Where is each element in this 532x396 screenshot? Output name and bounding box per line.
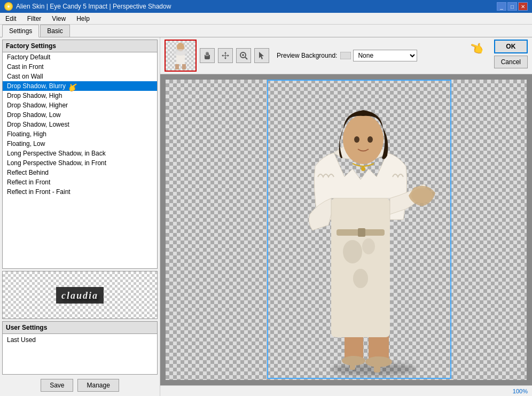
- status-bar: 100%: [160, 385, 532, 396]
- minimize-button[interactable]: _: [497, 2, 506, 11]
- preset-section: Factory Settings Factory Default Cast in…: [2, 40, 158, 269]
- thumbnail: [165, 40, 197, 72]
- main-layout: Factory Settings Factory Default Cast in…: [0, 37, 532, 396]
- preset-item-long-perspective-back[interactable]: Long Perspective Shadow, in Back: [3, 149, 157, 158]
- thumbnail-svg: [166, 41, 195, 71]
- window-controls[interactable]: _ □ ✕: [497, 2, 528, 11]
- preview-background-label: Preview Background:: [277, 52, 337, 59]
- cancel-button[interactable]: Cancel: [494, 56, 528, 68]
- pointer-tool-icon: [257, 51, 266, 60]
- user-settings-list: Last Used: [3, 334, 157, 346]
- tab-basic[interactable]: Basic: [40, 25, 69, 37]
- window-title: Alien Skin | Eye Candy 5 Impact | Perspe…: [16, 3, 171, 10]
- app-icon: ●: [4, 2, 13, 11]
- preset-item-factory-default[interactable]: Factory Default: [3, 52, 157, 62]
- hand-tool-icon: [203, 51, 212, 60]
- preset-item-reflect-in-front[interactable]: Reflect in Front: [3, 177, 157, 187]
- left-preview-text: claudia: [56, 287, 104, 304]
- svg-point-8: [173, 49, 188, 56]
- svg-point-25: [362, 238, 375, 254]
- factory-settings-header: Factory Settings: [3, 40, 157, 52]
- svg-rect-6: [175, 64, 179, 69]
- preset-item-reflect-in-front-faint[interactable]: Reflect in Front - Faint: [3, 187, 157, 197]
- hand-emoji-ok: 👉: [467, 40, 486, 58]
- svg-point-23: [343, 240, 362, 263]
- right-panel: Preview Background: None Black White OK …: [160, 37, 532, 396]
- zoom-tool-icon: [239, 51, 248, 60]
- hand-tool-button[interactable]: [200, 48, 215, 63]
- preset-list: Factory Default Cast in Front Cast on Wa…: [3, 52, 157, 268]
- svg-point-29: [367, 136, 373, 143]
- preset-item-drop-shadow-blurry[interactable]: Drop Shadow, Blurry 👉: [3, 81, 157, 91]
- preset-item-floating-high[interactable]: Floating, High: [3, 129, 157, 139]
- preview-label: claudia: [61, 290, 98, 301]
- maximize-button[interactable]: □: [507, 2, 517, 11]
- preset-item-drop-shadow-low[interactable]: Drop Shadow, Low: [3, 110, 157, 120]
- menu-help[interactable]: Help: [73, 14, 93, 24]
- preset-item-drop-shadow-high[interactable]: Drop Shadow, High: [3, 91, 157, 100]
- preview-background-dropdown[interactable]: None Black White: [353, 50, 417, 61]
- ok-button[interactable]: OK: [494, 40, 528, 53]
- save-button[interactable]: Save: [41, 379, 73, 392]
- zoom-tool-button[interactable]: [236, 48, 251, 63]
- preset-item-cast-in-front[interactable]: Cast in Front: [3, 62, 157, 72]
- svg-rect-7: [182, 64, 186, 69]
- svg-line-11: [245, 57, 247, 59]
- person-figure: [270, 81, 451, 378]
- canvas-area[interactable]: [160, 74, 532, 385]
- preset-item-floating-low[interactable]: Floating, Low: [3, 139, 157, 149]
- preset-item-cast-on-wall[interactable]: Cast on Wall: [3, 72, 157, 81]
- svg-rect-21: [350, 356, 355, 370]
- svg-point-24: [353, 269, 368, 288]
- menu-bar: Edit Filter View Help: [0, 13, 532, 25]
- preview-bg-swatch: [340, 52, 351, 59]
- svg-point-28: [354, 136, 359, 143]
- left-preview: claudia: [2, 271, 158, 319]
- zoom-level: 100%: [513, 388, 528, 394]
- svg-rect-32: [358, 228, 365, 237]
- close-button[interactable]: ✕: [518, 2, 528, 11]
- menu-filter[interactable]: Filter: [24, 14, 45, 24]
- ok-cancel-group: OK Cancel: [494, 40, 528, 68]
- preset-list-container: Factory Default Cast in Front Cast on Wa…: [3, 52, 157, 268]
- user-settings-header: User Settings: [3, 322, 157, 334]
- svg-rect-14: [340, 52, 351, 59]
- move-tool-button[interactable]: [218, 48, 233, 63]
- preset-item-reflect-behind[interactable]: Reflect Behind: [3, 168, 157, 177]
- svg-rect-19: [374, 356, 380, 372]
- manage-button[interactable]: Manage: [77, 379, 119, 392]
- menu-view[interactable]: View: [49, 14, 69, 24]
- title-bar: ● Alien Skin | Eye Candy 5 Impact | Pers…: [0, 0, 532, 13]
- preset-item-drop-shadow-higher[interactable]: Drop Shadow, Higher: [3, 100, 157, 110]
- user-settings-section: User Settings Last Used: [2, 321, 158, 375]
- svg-rect-22: [331, 198, 390, 337]
- left-panel: Factory Settings Factory Default Cast in…: [0, 37, 160, 396]
- svg-point-30: [361, 167, 365, 171]
- tab-bar: Settings Basic: [0, 25, 532, 37]
- svg-point-27: [343, 115, 384, 164]
- preview-background-selector[interactable]: None Black White: [340, 50, 417, 61]
- preset-item-drop-shadow-lowest[interactable]: Drop Shadow, Lowest: [3, 120, 157, 129]
- menu-edit[interactable]: Edit: [2, 14, 20, 24]
- tab-settings[interactable]: Settings: [2, 25, 39, 37]
- move-tool-icon: [221, 51, 230, 60]
- pointer-tool-button[interactable]: [254, 48, 269, 63]
- bottom-buttons: Save Manage: [2, 377, 158, 394]
- right-toolbar: Preview Background: None Black White OK …: [160, 37, 532, 74]
- user-settings-last-used[interactable]: Last Used: [3, 335, 157, 345]
- preset-item-long-perspective-front[interactable]: Long Perspective Shadow, in Front: [3, 158, 157, 168]
